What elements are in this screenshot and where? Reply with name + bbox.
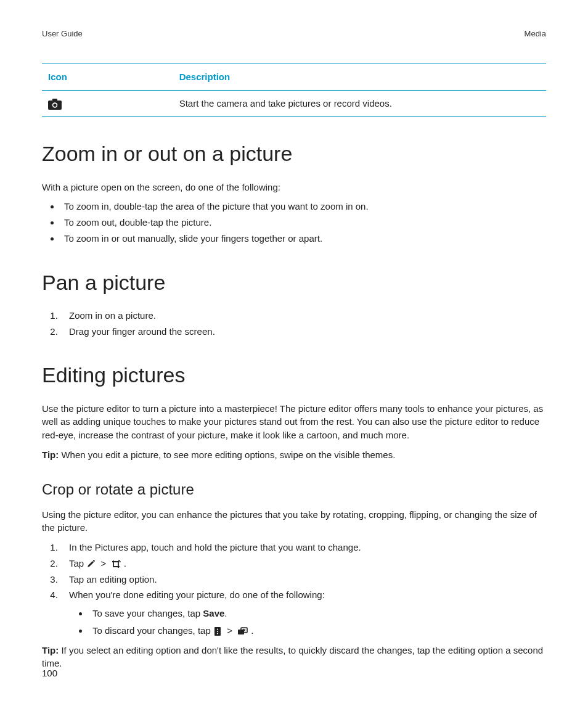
heading-crop: Crop or rotate a picture [42, 479, 546, 501]
step2-before: Tap [69, 558, 86, 568]
list-item: Tap > . [60, 557, 546, 570]
crop-intro: Using the picture editor, you can enhanc… [42, 508, 546, 535]
save-label: Save [203, 608, 224, 618]
step4-sublist: To save your changes, tap Save. To disca… [69, 607, 546, 638]
zoom-bullets: To zoom in, double-tap the area of the p… [42, 200, 546, 245]
list-item: To zoom out, double-tap the picture. [60, 216, 546, 229]
camera-icon [48, 99, 62, 110]
zoom-intro: With a picture open on the screen, do on… [42, 181, 546, 194]
list-item: Zoom in on a picture. [60, 309, 546, 322]
list-item: Drag your finger around the screen. [60, 325, 546, 339]
discard-before: To discard your changes, tap [92, 625, 213, 636]
svg-point-3 [53, 104, 56, 107]
save-after: . [224, 608, 227, 618]
cell-icon [42, 90, 173, 117]
list-item: To zoom in, double-tap the area of the p… [60, 200, 546, 213]
step2-after: . [124, 558, 126, 568]
pan-steps: Zoom in on a picture. Drag your finger a… [42, 309, 546, 339]
th-description: Description [173, 64, 546, 90]
header-left: User Guide [42, 28, 83, 40]
svg-point-7 [217, 633, 218, 634]
tip-text: When you edit a picture, to see more edi… [59, 449, 395, 460]
discard-gt: > [227, 624, 232, 638]
heading-pan: Pan a picture [42, 268, 546, 298]
editing-intro: Use the picture editor to turn a picture… [42, 402, 546, 442]
step2-gt: > [101, 557, 107, 570]
header-right: Media [525, 28, 546, 40]
svg-point-5 [217, 628, 218, 630]
heading-editing: Editing pictures [42, 360, 546, 390]
list-item: To zoom in or out manually, slide your f… [60, 232, 546, 245]
save-before: To save your changes, tap [92, 608, 203, 618]
svg-point-6 [217, 631, 218, 632]
list-item: Tap an editing option. [60, 573, 546, 586]
list-item: In the Pictures app, touch and hold the … [60, 541, 546, 554]
list-item: To discard your changes, tap > [89, 624, 546, 638]
heading-zoom: Zoom in or out on a picture [42, 139, 546, 169]
edit-pencil-icon [86, 559, 96, 568]
tip-label: Tip: [42, 645, 59, 655]
icon-description-table: Icon Description Start the camera and ta… [42, 64, 546, 117]
more-vertical-icon [213, 626, 222, 636]
running-header: User Guide Media [42, 28, 546, 40]
page-number: 100 [42, 667, 57, 680]
table-row: Start the camera and take pictures or re… [42, 90, 546, 117]
crop-rotate-icon [111, 559, 121, 569]
list-item: When you're done editing your picture, d… [60, 588, 546, 637]
tip-text: If you select an editing option and don'… [42, 645, 543, 669]
editing-tip: Tip: When you edit a picture, to see mor… [42, 448, 546, 462]
list-item: To save your changes, tap Save. [89, 607, 546, 620]
tip-label: Tip: [42, 449, 59, 460]
svg-rect-1 [52, 99, 57, 101]
step4-text: When you're done editing your picture, d… [69, 589, 325, 600]
crop-tip: Tip: If you select an editing option and… [42, 644, 546, 671]
discard-changes-icon [237, 627, 248, 636]
cell-description: Start the camera and take pictures or re… [173, 90, 546, 117]
crop-steps: In the Pictures app, touch and hold the … [42, 541, 546, 638]
th-icon: Icon [42, 64, 173, 90]
discard-after: . [251, 625, 253, 636]
